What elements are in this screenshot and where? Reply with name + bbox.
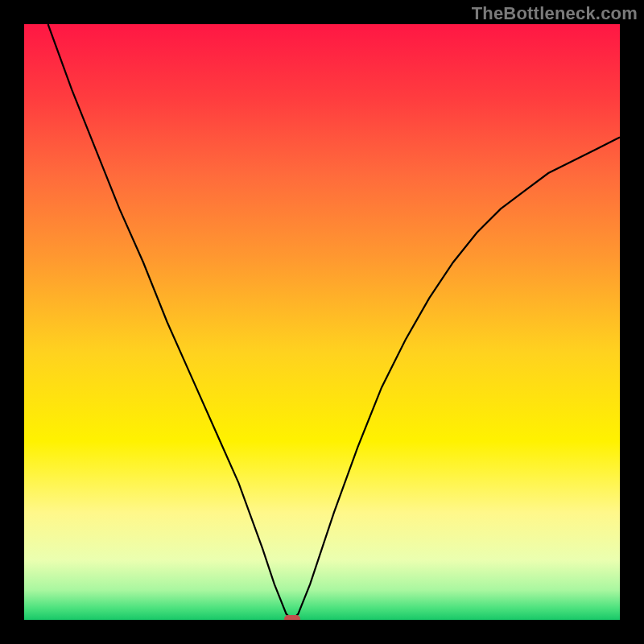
gradient-background <box>24 24 620 620</box>
outer-frame: TheBottleneck.com <box>0 0 644 644</box>
chart-svg <box>24 24 620 620</box>
watermark-text: TheBottleneck.com <box>472 3 638 24</box>
chart-plot-area <box>24 24 620 620</box>
optimal-point-marker <box>284 615 300 620</box>
